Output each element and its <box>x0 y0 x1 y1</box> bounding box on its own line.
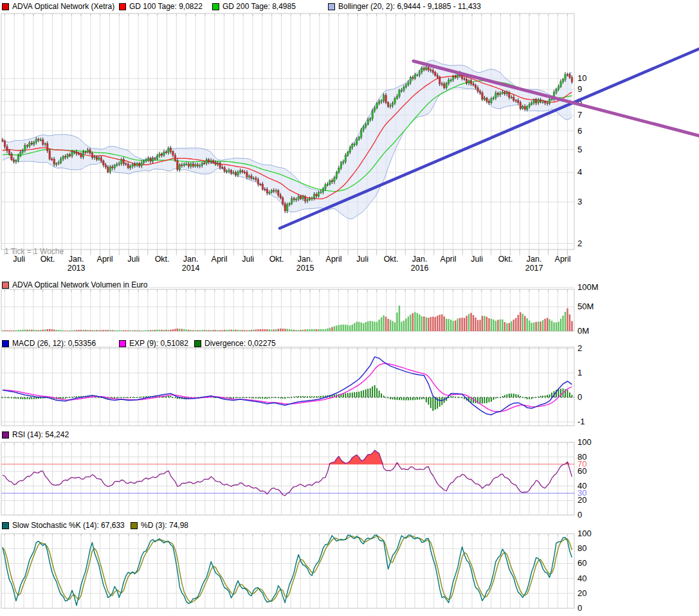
macd-legend: MACD (26, 12): 0,53356 EXP (9): 0,51082 … <box>0 339 699 348</box>
svg-text:20: 20 <box>577 588 586 598</box>
svg-text:Jan.: Jan. <box>183 255 199 264</box>
legend-item-volume: ADVA Optical Network Volumen in Euro <box>2 280 148 289</box>
price-legend: ADVA Optical Network (Xetra) GD 100 Tage… <box>0 2 699 11</box>
legend-label-rsi: RSI (14): 54,242 <box>12 430 69 439</box>
svg-text:Okt.: Okt. <box>498 255 513 264</box>
legend-item-stoch-k: Slow Stochastic %K (14): 67,633 <box>2 521 125 530</box>
svg-text:2: 2 <box>577 239 582 248</box>
svg-text:7: 7 <box>577 110 582 120</box>
svg-text:2016: 2016 <box>411 264 429 273</box>
svg-text:-1: -1 <box>577 417 585 426</box>
legend-item-instrument: ADVA Optical Network (Xetra) <box>2 2 114 11</box>
svg-text:0M: 0M <box>577 326 589 336</box>
stochastic-legend: Slow Stochastic %K (14): 67,633 %D (3): … <box>0 521 699 530</box>
svg-text:40: 40 <box>577 574 586 583</box>
svg-text:2014: 2014 <box>182 264 200 273</box>
series-swatch-icon <box>131 522 138 529</box>
legend-label-divergence: Divergence: 0,02275 <box>204 339 276 348</box>
svg-text:10: 10 <box>577 73 586 83</box>
rsi-legend: RSI (14): 54,242 <box>0 430 699 439</box>
svg-text:Juli: Juli <box>356 255 368 264</box>
svg-text:60: 60 <box>577 466 586 476</box>
svg-text:Juli: Juli <box>242 255 254 264</box>
svg-text:1: 1 <box>577 368 582 377</box>
svg-text:60: 60 <box>577 558 586 568</box>
legend-label-stoch-d: %D (3): 74,98 <box>141 521 188 530</box>
legend-item-stoch-d: %D (3): 74,98 <box>131 521 188 530</box>
legend-item-bollinger: Bollinger (20, 2): 6,9444 - 9,1885 - 11,… <box>328 2 481 11</box>
series-swatch-icon <box>2 431 9 439</box>
series-swatch-icon <box>212 3 219 10</box>
svg-text:Jan.: Jan. <box>298 255 313 264</box>
legend-label-volume: ADVA Optical Network Volumen in Euro <box>12 280 148 289</box>
svg-text:9: 9 <box>577 84 582 94</box>
svg-text:Jan.: Jan. <box>69 255 84 264</box>
legend-label-stoch-k: Slow Stochastic %K (14): 67,633 <box>12 521 125 530</box>
svg-text:Okt.: Okt. <box>384 255 399 264</box>
svg-text:2015: 2015 <box>296 264 314 273</box>
svg-text:100: 100 <box>577 529 592 538</box>
svg-text:April: April <box>555 255 571 264</box>
svg-text:Juli: Juli <box>471 255 483 264</box>
svg-text:Okt.: Okt. <box>269 255 284 264</box>
svg-text:2017: 2017 <box>525 264 543 273</box>
legend-label-gd200: GD 200 Tage: 8,4985 <box>222 2 296 11</box>
series-swatch-icon <box>2 3 9 10</box>
svg-text:2013: 2013 <box>68 264 86 273</box>
legend-item-gd200: GD 200 Tage: 8,4985 <box>212 2 296 11</box>
series-swatch-icon <box>119 3 126 10</box>
legend-label-exp: EXP (9): 0,51082 <box>129 339 188 348</box>
series-swatch-icon <box>2 522 9 529</box>
series-swatch-icon <box>328 3 335 10</box>
svg-text:0: 0 <box>577 392 582 402</box>
svg-text:3: 3 <box>577 197 582 206</box>
svg-text:April: April <box>97 255 113 264</box>
svg-text:April: April <box>326 255 342 264</box>
svg-text:Juli: Juli <box>127 255 140 264</box>
svg-text:4: 4 <box>577 167 582 177</box>
svg-text:6: 6 <box>577 126 582 136</box>
svg-text:5: 5 <box>577 145 582 154</box>
series-swatch-icon <box>2 340 9 347</box>
legend-item-exp: EXP (9): 0,51082 <box>119 339 188 348</box>
legend-label-instrument: ADVA Optical Network (Xetra) <box>12 2 114 11</box>
legend-label-bollinger: Bollinger (20, 2): 6,9444 - 9,1885 - 11,… <box>338 2 481 11</box>
svg-text:Okt.: Okt. <box>41 255 55 264</box>
svg-text:0: 0 <box>577 510 582 520</box>
stock-analysis-chart: 1098765432100M50M0M210-11008070604030200… <box>0 0 699 616</box>
volume-legend: ADVA Optical Network Volumen in Euro <box>0 280 699 289</box>
svg-text:20: 20 <box>577 495 586 505</box>
legend-label-gd100: GD 100 Tage: 9,0822 <box>129 2 203 11</box>
tick-note: 1 Tick = 1 Woche <box>5 247 64 256</box>
legend-item-gd100: GD 100 Tage: 9,0822 <box>119 2 203 11</box>
legend-item-rsi: RSI (14): 54,242 <box>2 430 69 439</box>
legend-item-macd: MACD (26, 12): 0,53356 <box>2 339 96 348</box>
svg-text:80: 80 <box>577 543 586 553</box>
series-swatch-icon <box>194 340 201 347</box>
svg-text:Juli: Juli <box>13 255 25 264</box>
series-swatch-icon <box>2 282 9 289</box>
svg-text:Jan.: Jan. <box>412 255 428 264</box>
legend-item-divergence: Divergence: 0,02275 <box>194 339 276 348</box>
svg-text:April: April <box>440 255 457 264</box>
svg-text:Jan.: Jan. <box>527 255 542 264</box>
legend-label-macd: MACD (26, 12): 0,53356 <box>12 339 96 348</box>
svg-text:Okt.: Okt. <box>155 255 170 264</box>
series-swatch-icon <box>119 340 126 347</box>
svg-text:April: April <box>212 255 228 264</box>
svg-text:0: 0 <box>577 603 582 613</box>
svg-text:50M: 50M <box>577 302 594 311</box>
